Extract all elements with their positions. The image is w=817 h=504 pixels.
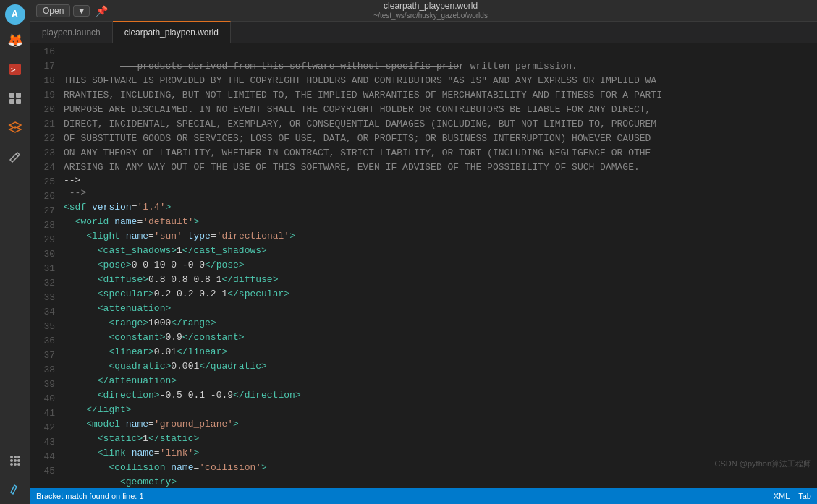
sidebar-icon-firefox[interactable]: 🦊 — [2, 27, 28, 54]
code-line-42: <static>1</static> — [64, 432, 817, 446]
sidebar-icon-terminal[interactable]: >_ — [2, 56, 28, 82]
svg-point-11 — [17, 456, 20, 458]
code-line-32: <specular>0.2 0.2 0.2 1</specular> — [64, 287, 817, 302]
code-line-39: <direction>-0.5 0.1 -0.9</direction> — [64, 388, 817, 403]
ln-27: 27 — [30, 204, 55, 218]
ln-16: 16 — [30, 45, 55, 59]
ln-23: 23 — [30, 146, 55, 161]
svg-rect-3 — [16, 93, 21, 98]
code-area[interactable]: products derived from this software with… — [61, 43, 817, 488]
code-line-44: <collision name='collision'> — [64, 461, 817, 475]
ln-28: 28 — [30, 218, 55, 233]
statusbar-tab[interactable]: Tab — [798, 492, 811, 500]
tab-world[interactable]: clearpath_playpen.world — [113, 21, 231, 43]
code-line-20: PURPOSE ARE DISCLAIMED. IN NO EVENT SHAL… — [64, 103, 817, 117]
statusbar-right: XML Tab — [774, 492, 811, 500]
code-line-30: <pose>0 0 10 0 -0 0</pose> — [64, 258, 817, 273]
code-line-45: <geometry> — [64, 475, 817, 488]
ln-31: 31 — [30, 262, 55, 276]
svg-rect-4 — [9, 99, 14, 104]
open-button[interactable]: Open — [36, 4, 70, 17]
code-line-19: RRANTIES, INCLUDING, BUT NOT LIMITED TO,… — [64, 88, 817, 103]
topbar: Open ▼ 📌 clearpath_playpen.world ~/test_… — [30, 0, 817, 22]
open-dropdown[interactable]: ▼ — [73, 5, 90, 17]
code-line-26: <sdf version='1.4'> — [64, 200, 817, 215]
main-area: Open ▼ 📌 clearpath_playpen.world ~/test_… — [30, 0, 817, 504]
ln-34: 34 — [30, 305, 55, 320]
ln-18: 18 — [30, 74, 55, 88]
ln-42: 42 — [30, 421, 55, 435]
code-line-27: <world name='default'> — [64, 215, 817, 229]
svg-point-13 — [14, 459, 17, 462]
svg-point-9 — [10, 456, 13, 458]
code-line-38: </attenuation> — [64, 374, 817, 388]
code-line-23: ON ANY THEORY OF LIABILITY, WHETHER IN C… — [64, 146, 817, 161]
code-line-16: products derived from this software with… — [64, 45, 817, 59]
statusbar-lang[interactable]: XML — [774, 492, 790, 500]
code-line-28: <light name='sun' type='directional'> — [64, 229, 817, 244]
ln-20: 20 — [30, 103, 55, 117]
sidebar-icon-pencil2[interactable] — [2, 477, 28, 503]
code-line-34: <range>1000</range> — [64, 316, 817, 330]
topbar-path: ~/test_ws/src/husky_gazebo/worlds — [373, 12, 488, 20]
svg-point-16 — [14, 463, 17, 466]
ln-30: 30 — [30, 247, 55, 262]
ln-17: 17 — [30, 59, 55, 74]
topbar-center: clearpath_playpen.world ~/test_ws/src/hu… — [108, 1, 753, 20]
topbar-pin-icon[interactable]: 📌 — [96, 5, 108, 17]
tab-launch-label: playpen.launch — [42, 27, 101, 38]
ln-36: 36 — [30, 334, 55, 349]
svg-point-17 — [17, 463, 20, 466]
tab-launch[interactable]: playpen.launch — [30, 22, 113, 43]
svg-point-12 — [10, 459, 13, 462]
ln-37: 37 — [30, 349, 55, 363]
code-line-21: DIRECT, INCIDENTAL, SPECIAL, EXEMPLARY, … — [64, 117, 817, 132]
code-line-24: ARISING IN ANY WAY OUT OF THE USE OF THI… — [64, 161, 817, 175]
ln-43: 43 — [30, 435, 55, 450]
code-line-35: <constant>0.9</constant> — [64, 330, 817, 345]
ln-29: 29 — [30, 233, 55, 247]
sidebar-icon-apps[interactable] — [2, 448, 28, 474]
ln-24: 24 — [30, 161, 55, 175]
editor-content: 16 17 18 19 20 21 22 23 24 25 26 27 28 2… — [30, 43, 817, 488]
code-line-37: <quadratic>0.001</quadratic> — [64, 359, 817, 374]
ln-25: 25 — [30, 175, 55, 189]
sidebar-icon-layers[interactable] — [2, 114, 28, 140]
tab-world-label: clearpath_playpen.world — [124, 27, 219, 38]
ln-44: 44 — [30, 450, 55, 464]
sidebar-icon-edit[interactable] — [2, 143, 28, 169]
code-line-18: THIS SOFTWARE IS PROVIDED BY THE COPYRIG… — [64, 74, 817, 88]
editor: 16 17 18 19 20 21 22 23 24 25 26 27 28 2… — [30, 43, 817, 488]
topbar-filename: clearpath_playpen.world — [384, 1, 478, 11]
sidebar: A 🦊 >_ — [0, 0, 30, 504]
ln-32: 32 — [30, 276, 55, 291]
ln-33: 33 — [30, 291, 55, 305]
ln-21: 21 — [30, 117, 55, 132]
code-line-43: <link name='link'> — [64, 446, 817, 461]
topbar-open-group: Open ▼ 📌 — [36, 4, 108, 17]
code-line-25: --> — [64, 186, 817, 200]
svg-rect-2 — [9, 93, 14, 98]
ln-26: 26 — [30, 189, 55, 204]
ln-45: 45 — [30, 464, 55, 479]
statusbar: Bracket match found on line: 1 XML Tab — [30, 488, 817, 504]
svg-point-14 — [17, 459, 20, 462]
statusbar-message: Bracket match found on line: 1 — [36, 492, 774, 500]
code-line-40: </light> — [64, 403, 817, 417]
code-line-36: <linear>0.01</linear> — [64, 345, 817, 359]
ln-40: 40 — [30, 392, 55, 406]
ln-38: 38 — [30, 363, 55, 377]
ln-41: 41 — [30, 406, 55, 421]
sidebar-icon-software[interactable] — [2, 85, 28, 111]
svg-text:>_: >_ — [11, 65, 21, 74]
svg-point-15 — [10, 463, 13, 466]
ln-22: 22 — [30, 132, 55, 146]
code-line-22: OF SUBSTITUTE GOODS OR SERVICES; LOSS OF… — [64, 132, 817, 146]
code-line-31: <diffuse>0.8 0.8 0.8 1</diffuse> — [64, 273, 817, 287]
code-line-29: <cast_shadows>1</cast_shadows> — [64, 244, 817, 258]
code-line-33: <attenuation> — [64, 302, 817, 316]
ln-35: 35 — [30, 320, 55, 334]
svg-rect-5 — [16, 99, 21, 104]
sidebar-icon-activities[interactable]: A — [5, 4, 25, 25]
svg-point-10 — [14, 456, 17, 458]
